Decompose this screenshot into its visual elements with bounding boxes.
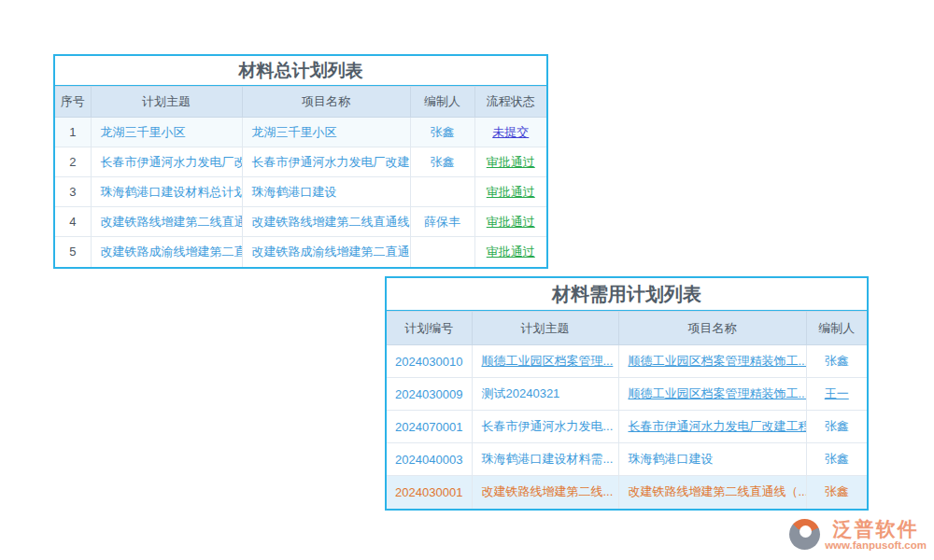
row-no: 3 <box>55 177 91 207</box>
plan-subject-link[interactable]: 顺德工业园区档案管理... <box>482 354 614 368</box>
plan-subject-link[interactable]: 测试20240321 <box>482 386 560 400</box>
project-name-link[interactable]: 珠海鹤港口建设 <box>629 452 714 466</box>
row-no: 4 <box>55 207 91 237</box>
preparer-link[interactable]: 张鑫 <box>431 125 455 139</box>
material-requirement-plan-panel: 材料需用计划列表 计划编号 计划主题 项目名称 编制人 2024030010 顺… <box>385 276 869 511</box>
col-header-subject: 计划主题 <box>472 312 618 345</box>
project-name-link[interactable]: 珠海鹤港口建设 <box>252 185 337 199</box>
material-requirement-plan-title: 材料需用计划列表 <box>387 278 867 311</box>
preparer-link[interactable]: 张鑫 <box>431 155 455 169</box>
row-no: 2 <box>55 147 91 177</box>
table-row: 5 改建铁路成渝线增建第二直... 改建铁路成渝线增建第二直通... 审批通过 <box>55 237 546 267</box>
table-row: 3 珠海鹤港口建设材料总计划 珠海鹤港口建设 审批通过 <box>55 177 546 207</box>
col-header-project: 项目名称 <box>618 312 806 345</box>
material-total-plan-title: 材料总计划列表 <box>55 56 546 86</box>
fanpu-logo-icon <box>789 519 820 550</box>
status-link[interactable]: 审批通过 <box>487 215 535 229</box>
table-row: 2024040003 珠海鹤港口建设材料需... 珠海鹤港口建设 张鑫 <box>387 443 867 476</box>
project-name-link[interactable]: 改建铁路线增建第二线直通线（... <box>629 484 807 498</box>
preparer-link[interactable]: 薛保丰 <box>424 215 460 229</box>
col-header-preparer: 编制人 <box>410 87 474 118</box>
preparer-link[interactable]: 张鑫 <box>825 419 849 433</box>
status-link[interactable]: 审批通过 <box>487 155 535 169</box>
table-row: 4 改建铁路线增建第二线直通... 改建铁路线增建第二线直通线... 薛保丰 审… <box>55 207 546 237</box>
project-name-link[interactable]: 长春市伊通河水力发电厂改建工程 <box>629 419 807 433</box>
watermark-url: www.fanpusoft.com <box>825 539 927 551</box>
project-name-link[interactable]: 改建铁路线增建第二线直通线... <box>252 215 411 229</box>
row-no: 5 <box>55 237 91 267</box>
status-link[interactable]: 未提交 <box>492 125 529 139</box>
plan-subject-link[interactable]: 长春市伊通河水力发电厂改... <box>101 155 243 169</box>
fanpu-watermark: 泛普软件 www.fanpusoft.com <box>789 519 927 551</box>
table-row: 2024070001 长春市伊通河水力发电... 长春市伊通河水力发电厂改建工程… <box>387 411 867 443</box>
table-header-row: 序号 计划主题 项目名称 编制人 流程状态 <box>55 87 546 118</box>
preparer-link[interactable]: 张鑫 <box>825 452 849 466</box>
plan-subject-link[interactable]: 改建铁路线增建第二线... <box>482 484 614 498</box>
col-header-no: 序号 <box>55 87 91 118</box>
project-name-link[interactable]: 顺德工业园区档案管理精装饰工... <box>629 386 807 400</box>
table-row-highlighted: 2024030001 改建铁路线增建第二线... 改建铁路线增建第二线直通线（.… <box>387 476 867 509</box>
project-name-link[interactable]: 龙湖三千里小区 <box>252 125 337 139</box>
project-name-link[interactable]: 长春市伊通河水力发电厂改建... <box>252 155 411 169</box>
plan-code-link[interactable]: 2024070001 <box>395 420 462 434</box>
project-name-link[interactable]: 顺德工业园区档案管理精装饰工... <box>629 354 807 368</box>
table-row: 2024030010 顺德工业园区档案管理... 顺德工业园区档案管理精装饰工.… <box>387 345 867 378</box>
plan-subject-link[interactable]: 珠海鹤港口建设材料需... <box>482 452 614 466</box>
col-header-project: 项目名称 <box>242 87 410 118</box>
plan-subject-link[interactable]: 珠海鹤港口建设材料总计划 <box>101 185 243 199</box>
col-header-plan-code: 计划编号 <box>387 312 472 345</box>
plan-code-link[interactable]: 2024030009 <box>395 387 462 401</box>
material-requirement-plan-table: 计划编号 计划主题 项目名称 编制人 2024030010 顺德工业园区档案管理… <box>387 311 867 509</box>
plan-subject-link[interactable]: 改建铁路成渝线增建第二直... <box>101 245 243 259</box>
project-name-link[interactable]: 改建铁路成渝线增建第二直通... <box>252 245 411 259</box>
status-link[interactable]: 审批通过 <box>487 185 535 199</box>
watermark-brand: 泛普软件 <box>833 519 919 539</box>
col-header-preparer: 编制人 <box>806 312 867 345</box>
plan-code-link[interactable]: 2024030010 <box>395 355 462 369</box>
col-header-subject: 计划主题 <box>91 87 242 118</box>
plan-code-link[interactable]: 2024030001 <box>395 485 462 499</box>
preparer-link[interactable]: 张鑫 <box>825 354 849 368</box>
plan-code-link[interactable]: 2024040003 <box>395 453 462 467</box>
material-total-plan-panel: 材料总计划列表 序号 计划主题 项目名称 编制人 流程状态 1 龙湖三千里小区 … <box>53 54 548 269</box>
status-link[interactable]: 审批通过 <box>487 245 535 259</box>
plan-subject-link[interactable]: 龙湖三千里小区 <box>101 125 186 139</box>
col-header-status: 流程状态 <box>474 87 546 118</box>
table-row: 2024030009 测试20240321 顺德工业园区档案管理精装饰工... … <box>387 378 867 411</box>
plan-subject-link[interactable]: 长春市伊通河水力发电... <box>482 419 614 433</box>
table-row: 1 龙湖三千里小区 龙湖三千里小区 张鑫 未提交 <box>55 118 546 147</box>
preparer-link[interactable]: 王一 <box>825 386 849 400</box>
preparer-link[interactable]: 张鑫 <box>825 484 849 498</box>
table-row: 2 长春市伊通河水力发电厂改... 长春市伊通河水力发电厂改建... 张鑫 审批… <box>55 147 546 177</box>
row-no: 1 <box>55 118 91 147</box>
plan-subject-link[interactable]: 改建铁路线增建第二线直通... <box>101 215 243 229</box>
table-header-row: 计划编号 计划主题 项目名称 编制人 <box>387 312 867 345</box>
material-total-plan-table: 序号 计划主题 项目名称 编制人 流程状态 1 龙湖三千里小区 龙湖三千里小区 … <box>55 86 546 267</box>
